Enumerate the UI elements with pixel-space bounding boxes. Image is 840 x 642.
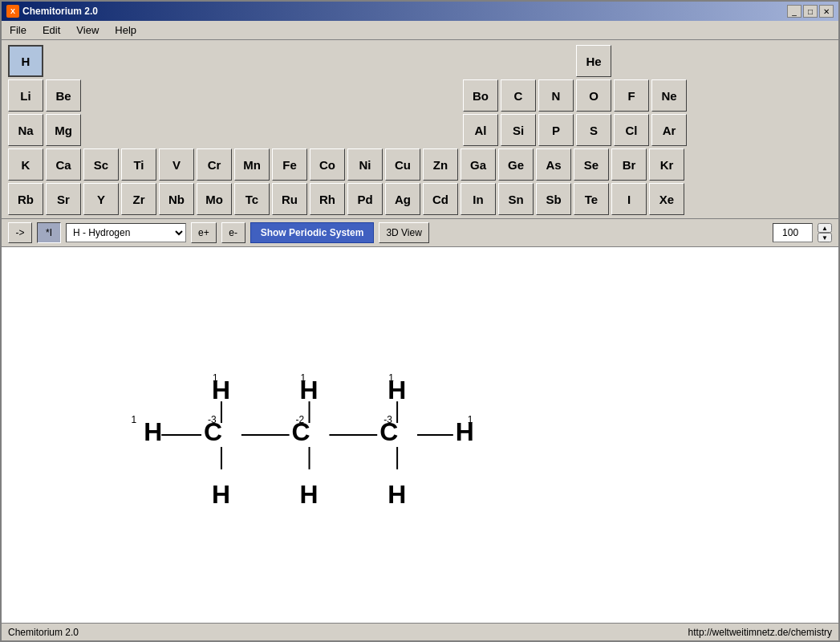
element-Be[interactable]: Be xyxy=(46,79,81,112)
element-Cd[interactable]: Cd xyxy=(423,183,458,215)
element-select[interactable]: H - Hydrogen He - Helium Li - Lithium C … xyxy=(66,223,186,242)
element-Nb[interactable]: Nb xyxy=(159,183,194,215)
element-Ge[interactable]: Ge xyxy=(498,148,534,181)
element-I[interactable]: I xyxy=(611,183,647,215)
status-right: http://weltweitimnetz.de/chemistry xyxy=(688,627,832,638)
element-K[interactable]: K xyxy=(8,148,43,181)
view3d-button[interactable]: 3D View xyxy=(379,222,428,243)
period-2: Li Be Bo C N O F Ne xyxy=(8,79,832,112)
title-bar-left: X Chemitorium 2.0 xyxy=(6,5,98,18)
element-Sn[interactable]: Sn xyxy=(498,183,534,215)
charge-C2: -2 xyxy=(296,414,305,425)
menu-file[interactable]: File xyxy=(5,22,31,38)
element-Ru[interactable]: Ru xyxy=(272,183,307,215)
element-He[interactable]: He xyxy=(576,45,611,77)
element-Xe[interactable]: Xe xyxy=(649,183,684,215)
atom-H-bot3: H xyxy=(388,480,406,509)
element-Pd[interactable]: Pd xyxy=(347,183,383,215)
element-Ca[interactable]: Ca xyxy=(46,148,81,181)
element-Ar[interactable]: Ar xyxy=(651,114,687,146)
menu-bar: File Edit View Help xyxy=(2,21,838,40)
status-left: Chemitorium 2.0 xyxy=(8,627,79,638)
element-C[interactable]: C xyxy=(501,79,536,112)
period-4: K Ca Sc Ti V Cr Mn Fe Co Ni Cu Zn Ga Ge … xyxy=(8,148,832,181)
show-periodic-button[interactable]: Show Periodic System xyxy=(250,222,375,243)
element-Te[interactable]: Te xyxy=(574,183,609,215)
element-Ga[interactable]: Ga xyxy=(461,148,496,181)
element-Sc[interactable]: Sc xyxy=(83,148,119,181)
element-Ti[interactable]: Ti xyxy=(121,148,156,181)
arrow-tool-button[interactable]: -> xyxy=(8,222,32,243)
element-In[interactable]: In xyxy=(461,183,496,215)
element-S[interactable]: S xyxy=(576,114,611,146)
element-grid: H He Li Be Bo C N O F Ne Na Mg xyxy=(8,45,832,215)
charge-H-left: 1 xyxy=(131,414,136,425)
period-3: Na Mg Al Si P S Cl Ar xyxy=(8,114,832,146)
element-Ag[interactable]: Ag xyxy=(385,183,420,215)
element-N[interactable]: N xyxy=(538,79,574,112)
element-F[interactable]: F xyxy=(614,79,649,112)
element-Co[interactable]: Co xyxy=(310,148,345,181)
molecule-canvas[interactable]: H 1 C -3 H 1 H C -2 H 1 H C -3 H 1 xyxy=(2,247,838,623)
charge-C3: -3 xyxy=(383,414,392,425)
charge-H-right: 1 xyxy=(468,414,473,425)
menu-edit[interactable]: Edit xyxy=(38,22,65,38)
element-Sb[interactable]: Sb xyxy=(536,183,571,215)
element-Li[interactable]: Li xyxy=(8,79,43,112)
atom-H-left: H xyxy=(144,417,162,446)
element-P[interactable]: P xyxy=(538,114,574,146)
menu-view[interactable]: View xyxy=(71,22,103,38)
element-Zn[interactable]: Zn xyxy=(423,148,458,181)
charge-H-top1: 1 xyxy=(213,372,218,384)
element-As[interactable]: As xyxy=(536,148,571,181)
eplus-button[interactable]: e+ xyxy=(191,222,217,243)
cursor-tool-button[interactable]: *I xyxy=(37,222,61,243)
zoom-down-button[interactable]: ▼ xyxy=(818,233,832,242)
element-Si[interactable]: Si xyxy=(501,114,536,146)
element-Ni[interactable]: Ni xyxy=(347,148,383,181)
title-controls: _ □ ✕ xyxy=(787,5,834,18)
status-bar: Chemitorium 2.0 http://weltweitimnetz.de… xyxy=(2,623,838,640)
element-Rb[interactable]: Rb xyxy=(8,183,43,215)
atom-H-bot2: H xyxy=(300,480,319,509)
element-Kr[interactable]: Kr xyxy=(649,148,684,181)
period-5: Rb Sr Y Zr Nb Mo Tc Ru Rh Pd Ag Cd In Sn… xyxy=(8,183,832,215)
main-window: X Chemitorium 2.0 _ □ ✕ File Edit View H… xyxy=(0,0,840,642)
toolbar: -> *I H - Hydrogen He - Helium Li - Lith… xyxy=(2,218,838,247)
element-Mo[interactable]: Mo xyxy=(197,183,232,215)
element-Bo[interactable]: Bo xyxy=(463,79,498,112)
charge-H-top2: 1 xyxy=(301,372,306,384)
element-Rh[interactable]: Rh xyxy=(310,183,345,215)
zoom-input[interactable] xyxy=(773,223,813,242)
zoom-up-button[interactable]: ▲ xyxy=(818,223,832,233)
molecule-svg: H 1 C -3 H 1 H C -2 H 1 H C -3 H 1 xyxy=(2,247,838,623)
charge-C1: -3 xyxy=(208,414,217,425)
element-Cl[interactable]: Cl xyxy=(614,114,649,146)
element-Mg[interactable]: Mg xyxy=(46,114,81,146)
element-H[interactable]: H xyxy=(8,45,43,77)
window-title: Chemitorium 2.0 xyxy=(22,6,98,17)
element-Mn[interactable]: Mn xyxy=(234,148,270,181)
periodic-table-panel: H He Li Be Bo C N O F Ne Na Mg xyxy=(2,40,838,218)
element-Fe[interactable]: Fe xyxy=(272,148,307,181)
menu-help[interactable]: Help xyxy=(110,22,141,38)
element-Na[interactable]: Na xyxy=(8,114,43,146)
element-Y[interactable]: Y xyxy=(83,183,119,215)
eminus-button[interactable]: e- xyxy=(221,222,246,243)
element-Sr[interactable]: Sr xyxy=(46,183,81,215)
title-bar: X Chemitorium 2.0 _ □ ✕ xyxy=(2,2,838,21)
element-V[interactable]: V xyxy=(159,148,194,181)
element-Cr[interactable]: Cr xyxy=(197,148,232,181)
element-Ne[interactable]: Ne xyxy=(651,79,687,112)
element-Al[interactable]: Al xyxy=(463,114,498,146)
charge-H-top3: 1 xyxy=(388,372,394,384)
element-O[interactable]: O xyxy=(576,79,611,112)
element-Tc[interactable]: Tc xyxy=(234,183,270,215)
maximize-button[interactable]: □ xyxy=(803,5,818,18)
element-Cu[interactable]: Cu xyxy=(385,148,420,181)
minimize-button[interactable]: _ xyxy=(787,5,801,18)
element-Se[interactable]: Se xyxy=(574,148,609,181)
element-Zr[interactable]: Zr xyxy=(121,183,156,215)
close-button[interactable]: ✕ xyxy=(819,5,834,18)
element-Br[interactable]: Br xyxy=(611,148,647,181)
